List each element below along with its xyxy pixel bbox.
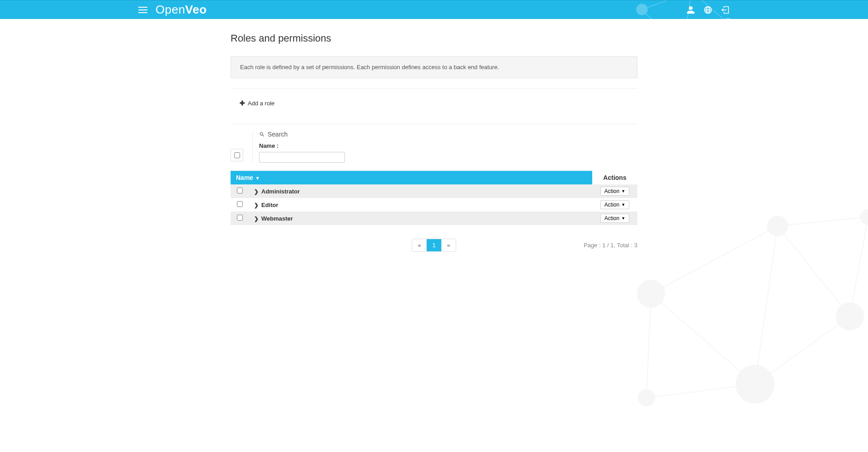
chevron-right-icon: ❯ bbox=[254, 216, 259, 222]
table-row: ❯WebmasterAction▼ bbox=[231, 212, 637, 225]
column-header-name[interactable]: Name▼ bbox=[231, 171, 592, 184]
chevron-right-icon: ❯ bbox=[254, 188, 259, 195]
main-container: Roles and permissions Each role is defin… bbox=[231, 19, 637, 270]
menu-toggle-icon[interactable] bbox=[138, 7, 147, 13]
row-checkbox[interactable] bbox=[237, 188, 243, 193]
row-action-button[interactable]: Action▼ bbox=[600, 200, 629, 209]
row-action-button[interactable]: Action▼ bbox=[600, 187, 629, 196]
pager-info: Page : 1 / 1, Total : 3 bbox=[584, 242, 637, 249]
background-network-graphic bbox=[597, 181, 868, 270]
add-role-label: Add a role bbox=[248, 100, 274, 107]
search-icon bbox=[259, 132, 265, 137]
topbar: OpenVeo bbox=[0, 0, 868, 19]
divider bbox=[231, 88, 637, 89]
divider bbox=[231, 124, 637, 124]
caret-down-icon: ▼ bbox=[621, 202, 625, 207]
row-action-button[interactable]: Action▼ bbox=[600, 214, 629, 223]
select-all-checkbox[interactable] bbox=[234, 152, 240, 158]
svg-line-16 bbox=[642, 9, 683, 19]
pagination: « 1 » bbox=[412, 239, 456, 252]
search-heading: Search bbox=[259, 131, 345, 138]
info-box: Each role is defined by a set of permiss… bbox=[231, 56, 637, 78]
brand-logo: OpenVeo bbox=[156, 3, 207, 17]
column-header-actions: Actions bbox=[592, 171, 637, 184]
row-name-cell[interactable]: ❯Administrator bbox=[249, 184, 592, 198]
svg-line-3 bbox=[778, 226, 850, 270]
svg-line-7 bbox=[850, 217, 868, 270]
row-name-cell[interactable]: ❯Webmaster bbox=[249, 212, 592, 225]
logout-icon[interactable] bbox=[721, 5, 730, 14]
page-title: Roles and permissions bbox=[231, 33, 637, 44]
plus-icon: ✚ bbox=[240, 99, 245, 107]
roles-table: Name▼ Actions ❯AdministratorAction▼❯Edit… bbox=[231, 171, 637, 225]
chevron-right-icon: ❯ bbox=[254, 202, 259, 208]
row-checkbox[interactable] bbox=[237, 215, 243, 221]
row-checkbox[interactable] bbox=[237, 201, 243, 207]
name-filter-label: Name : bbox=[259, 142, 345, 149]
select-all-container bbox=[231, 149, 243, 161]
svg-line-0 bbox=[651, 226, 778, 270]
pager-prev-button[interactable]: « bbox=[412, 239, 427, 251]
svg-line-8 bbox=[778, 217, 868, 226]
row-name-label: Webmaster bbox=[261, 215, 293, 222]
sort-desc-icon: ▼ bbox=[255, 175, 260, 181]
row-name-label: Editor bbox=[261, 202, 278, 208]
globe-icon[interactable] bbox=[703, 5, 712, 14]
table-row: ❯AdministratorAction▼ bbox=[231, 184, 637, 198]
svg-point-23 bbox=[723, 18, 733, 19]
add-role-button[interactable]: ✚ Add a role bbox=[240, 99, 274, 107]
caret-down-icon: ▼ bbox=[621, 216, 625, 221]
row-name-cell[interactable]: ❯Editor bbox=[249, 198, 592, 212]
pager-page-1-button[interactable]: 1 bbox=[427, 239, 441, 251]
row-name-label: Administrator bbox=[261, 188, 300, 195]
user-icon[interactable] bbox=[686, 5, 695, 14]
svg-line-2 bbox=[755, 226, 778, 270]
caret-down-icon: ▼ bbox=[621, 189, 625, 193]
svg-point-10 bbox=[768, 216, 788, 236]
svg-line-15 bbox=[642, 0, 692, 9]
table-row: ❯EditorAction▼ bbox=[231, 198, 637, 212]
svg-point-14 bbox=[861, 210, 868, 224]
svg-point-20 bbox=[637, 4, 647, 15]
pager-next-button[interactable]: » bbox=[442, 239, 456, 251]
name-filter-input[interactable] bbox=[259, 152, 345, 163]
